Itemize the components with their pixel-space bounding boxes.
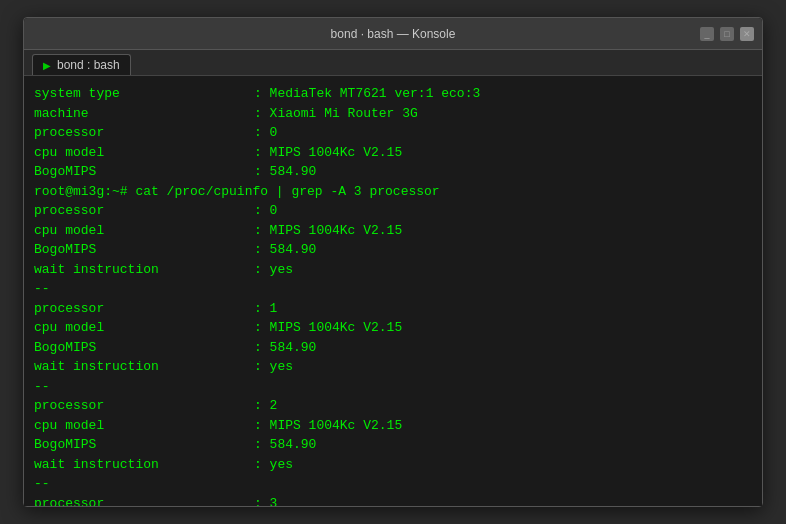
terminal-line: cpu model: MIPS 1004Kc V2.15	[34, 416, 752, 436]
terminal-separator: --	[34, 377, 752, 397]
terminal-key: cpu model	[34, 143, 254, 163]
terminal-separator: --	[34, 474, 752, 494]
terminal-key: system type	[34, 84, 254, 104]
terminal-key: cpu model	[34, 416, 254, 436]
terminal-line: cpu model: MIPS 1004Kc V2.15	[34, 221, 752, 241]
terminal-key: machine	[34, 104, 254, 124]
terminal-value: : 3	[254, 494, 277, 507]
terminal-key: processor	[34, 494, 254, 507]
terminal-key: BogoMIPS	[34, 435, 254, 455]
terminal-value: : yes	[254, 357, 293, 377]
terminal-line: wait instruction: yes	[34, 455, 752, 475]
terminal-key: cpu model	[34, 221, 254, 241]
terminal-line: processor: 3	[34, 494, 752, 507]
terminal-key: BogoMIPS	[34, 338, 254, 358]
titlebar: bond · bash — Konsole _ □ ✕	[24, 18, 762, 50]
terminal-window: bond · bash — Konsole _ □ ✕ ▶ bond : bas…	[23, 17, 763, 507]
terminal-value: : 0	[254, 201, 277, 221]
terminal-value: : MIPS 1004Kc V2.15	[254, 318, 402, 338]
terminal-line: BogoMIPS: 584.90	[34, 162, 752, 182]
terminal-value: : yes	[254, 455, 293, 475]
terminal-value: : 584.90	[254, 162, 316, 182]
window-title: bond · bash — Konsole	[331, 27, 456, 41]
terminal-value: : MediaTek MT7621 ver:1 eco:3	[254, 84, 480, 104]
terminal-line: wait instruction: yes	[34, 260, 752, 280]
terminal-line: machine: Xiaomi Mi Router 3G	[34, 104, 752, 124]
terminal-value: : Xiaomi Mi Router 3G	[254, 104, 418, 124]
terminal-value: : MIPS 1004Kc V2.15	[254, 416, 402, 436]
terminal-line: system type: MediaTek MT7621 ver:1 eco:3	[34, 84, 752, 104]
terminal-key: BogoMIPS	[34, 240, 254, 260]
terminal-value: : 2	[254, 396, 277, 416]
close-button[interactable]: ✕	[740, 27, 754, 41]
terminal-value: : 584.90	[254, 435, 316, 455]
terminal-line: processor: 2	[34, 396, 752, 416]
terminal-value: : 584.90	[254, 240, 316, 260]
terminal-key: processor	[34, 396, 254, 416]
terminal-line: BogoMIPS: 584.90	[34, 435, 752, 455]
terminal-key: processor	[34, 201, 254, 221]
terminal-line: cpu model: MIPS 1004Kc V2.15	[34, 143, 752, 163]
terminal-value: : yes	[254, 260, 293, 280]
terminal-line: processor: 0	[34, 201, 752, 221]
terminal-key: cpu model	[34, 318, 254, 338]
maximize-button[interactable]: □	[720, 27, 734, 41]
terminal-key: wait instruction	[34, 260, 254, 280]
terminal-key: processor	[34, 123, 254, 143]
terminal-line: cpu model: MIPS 1004Kc V2.15	[34, 318, 752, 338]
terminal-value: : 1	[254, 299, 277, 319]
terminal-line: BogoMIPS: 584.90	[34, 240, 752, 260]
tab-icon: ▶	[43, 60, 51, 71]
terminal-key: wait instruction	[34, 357, 254, 377]
terminal-separator: --	[34, 279, 752, 299]
tab-label: bond : bash	[57, 58, 120, 72]
terminal-line: processor: 0	[34, 123, 752, 143]
terminal-key: wait instruction	[34, 455, 254, 475]
terminal-line: processor: 1	[34, 299, 752, 319]
terminal-content[interactable]: system type: MediaTek MT7621 ver:1 eco:3…	[24, 76, 762, 506]
terminal-value: : MIPS 1004Kc V2.15	[254, 221, 402, 241]
terminal-command: root@mi3g:~# cat /proc/cpuinfo | grep -A…	[34, 182, 752, 202]
tab-bar: ▶ bond : bash	[24, 50, 762, 76]
tab-bond-bash[interactable]: ▶ bond : bash	[32, 54, 131, 75]
terminal-key: BogoMIPS	[34, 162, 254, 182]
terminal-line: wait instruction: yes	[34, 357, 752, 377]
minimize-button[interactable]: _	[700, 27, 714, 41]
terminal-line: BogoMIPS: 584.90	[34, 338, 752, 358]
terminal-value: : 0	[254, 123, 277, 143]
terminal-value: : MIPS 1004Kc V2.15	[254, 143, 402, 163]
terminal-key: processor	[34, 299, 254, 319]
window-controls: _ □ ✕	[700, 27, 754, 41]
terminal-value: : 584.90	[254, 338, 316, 358]
